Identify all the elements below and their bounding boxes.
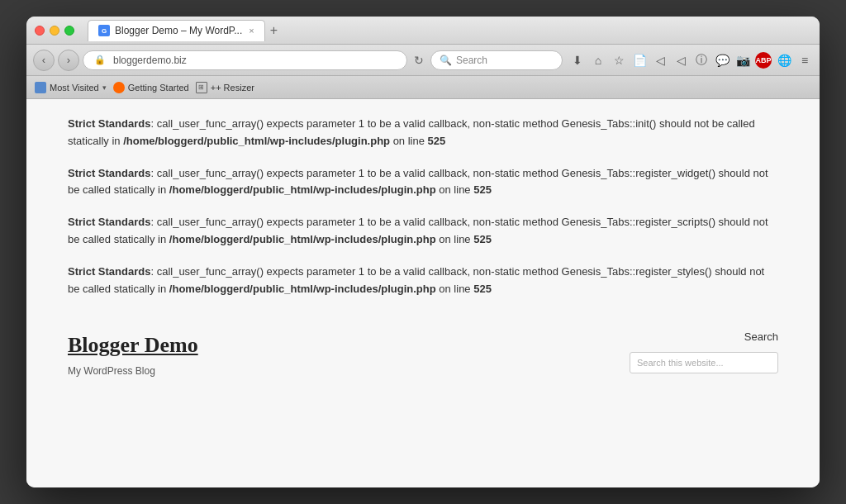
most-visited-label: Most Visited xyxy=(50,83,99,93)
getting-started-bookmark[interactable]: Getting Started xyxy=(113,82,189,93)
error-text-3: Strict Standards: call_user_func_array()… xyxy=(68,214,778,249)
close-button[interactable] xyxy=(35,26,45,36)
resizer-bookmark[interactable]: ⊞ ++ Resizer xyxy=(196,82,254,93)
search-widget: Search Search this website... xyxy=(630,329,778,373)
reload-button[interactable]: ↻ xyxy=(414,54,424,67)
most-visited-arrow: ▾ xyxy=(102,83,107,92)
forward-icon: › xyxy=(67,54,70,66)
titlebar: G Blogger Demo – My WordP... × + xyxy=(26,17,820,45)
bookmarks-icon[interactable]: 📄 xyxy=(631,54,648,67)
page-content: Strict Standards: call_user_func_array()… xyxy=(26,99,820,487)
error-block-2: Strict Standards: call_user_func_array()… xyxy=(68,165,778,200)
nav-icons: ⬇ ⌂ ☆ 📄 ◁ ◁ ⓘ 💬 📷 ABP 🌐 ≡ xyxy=(569,52,813,69)
error-bold-1: Strict Standards xyxy=(68,117,150,130)
back-button[interactable]: ‹ xyxy=(33,50,55,71)
menu-icon[interactable]: ≡ xyxy=(796,54,813,67)
search-input-placeholder: Search this website... xyxy=(637,356,724,370)
resizer-icon: ⊞ xyxy=(196,82,207,93)
error-line-2: 525 xyxy=(473,183,492,196)
security-icon: 🔒 xyxy=(92,52,108,69)
navbar: ‹ › 🔒 bloggerdemo.biz ↻ 🔍 Search ⬇ ⌂ ☆ 📄… xyxy=(26,45,820,76)
download-icon[interactable]: ⬇ xyxy=(569,54,586,67)
window-controls xyxy=(35,26,74,36)
search-input-widget[interactable]: Search this website... xyxy=(630,352,778,373)
error-text-4: Strict Standards: call_user_func_array()… xyxy=(68,264,778,298)
minimize-button[interactable] xyxy=(50,26,59,36)
error-bold-3: Strict Standards xyxy=(68,216,150,228)
reader-icon[interactable]: ◁ xyxy=(673,54,689,67)
error-path-1: /home/bloggerd/public_html/wp-includes/p… xyxy=(123,135,390,147)
error-block-3: Strict Standards: call_user_func_array()… xyxy=(68,214,778,249)
browser-window: G Blogger Demo – My WordP... × + ‹ › 🔒 b… xyxy=(26,17,820,487)
pocket-icon[interactable]: ◁ xyxy=(652,54,668,67)
error-block-1: Strict Standards: call_user_func_array()… xyxy=(68,116,778,150)
error-bold-4: Strict Standards xyxy=(68,265,150,278)
star-icon[interactable]: ☆ xyxy=(611,54,627,67)
most-visited-icon xyxy=(35,82,46,93)
back-icon: ‹ xyxy=(42,54,45,66)
error-text-2: Strict Standards: call_user_func_array()… xyxy=(68,165,778,200)
error-line-1: 525 xyxy=(428,135,446,147)
error-block-4: Strict Standards: call_user_func_array()… xyxy=(68,264,778,298)
error-path-3: /home/bloggerd/public_html/wp-includes/p… xyxy=(169,233,436,245)
search-placeholder: Search xyxy=(456,55,487,66)
bookmarks-bar: Most Visited ▾ Getting Started ⊞ ++ Resi… xyxy=(26,76,820,99)
getting-started-icon xyxy=(113,82,125,93)
info-icon[interactable]: ⓘ xyxy=(693,53,710,68)
page-footer: Blogger Demo My WordPress Blog Search Se… xyxy=(68,312,778,378)
tab-close-button[interactable]: × xyxy=(249,26,254,36)
site-title[interactable]: Blogger Demo xyxy=(68,329,198,361)
error-line-4: 525 xyxy=(473,283,492,295)
site-info: Blogger Demo My WordPress Blog xyxy=(68,329,198,378)
new-tab-button[interactable]: + xyxy=(270,23,278,38)
search-icon: 🔍 xyxy=(440,55,452,66)
error-text-1: Strict Standards: call_user_func_array()… xyxy=(68,116,778,150)
address-text: bloggerdemo.biz xyxy=(113,55,187,66)
forward-button[interactable]: › xyxy=(58,50,79,71)
most-visited-bookmark[interactable]: Most Visited ▾ xyxy=(35,82,107,93)
search-bar[interactable]: 🔍 Search xyxy=(430,50,563,70)
error-bold-2: Strict Standards xyxy=(68,167,150,179)
address-bar[interactable]: 🔒 bloggerdemo.biz xyxy=(83,50,407,70)
tab-favicon: G xyxy=(98,25,110,36)
chat-icon[interactable]: 💬 xyxy=(714,54,730,67)
error-line-3: 525 xyxy=(473,233,492,245)
adblock-icon[interactable]: ABP xyxy=(755,52,772,69)
error-path-2: /home/bloggerd/public_html/wp-includes/p… xyxy=(169,183,436,196)
site-tagline: My WordPress Blog xyxy=(68,364,198,378)
adblock-label: ABP xyxy=(755,56,771,64)
maximize-button[interactable] xyxy=(64,26,74,36)
search-widget-label: Search xyxy=(630,329,778,345)
browser-tab[interactable]: G Blogger Demo – My WordP... × xyxy=(88,20,265,41)
home-icon[interactable]: ⌂ xyxy=(590,54,606,67)
resizer-label: ++ Resizer xyxy=(211,83,254,93)
tab-title: Blogger Demo – My WordP... xyxy=(115,25,242,36)
error-path-4: /home/bloggerd/public_html/wp-includes/p… xyxy=(169,283,436,295)
camera-icon[interactable]: 📷 xyxy=(734,54,751,67)
extension-icon[interactable]: 🌐 xyxy=(776,54,792,67)
getting-started-label: Getting Started xyxy=(128,83,189,93)
